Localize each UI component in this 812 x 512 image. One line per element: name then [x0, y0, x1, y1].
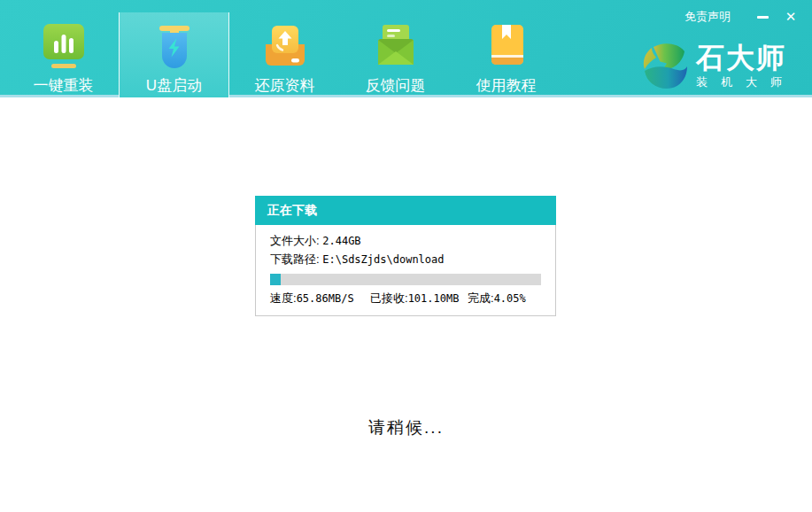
- download-path-value: E:\SdsZjds\download: [322, 253, 444, 266]
- file-size-value: 2.44GB: [322, 235, 360, 247]
- download-path-label: 下载路径:: [270, 252, 320, 266]
- done-stat: 完成:4.05%: [468, 292, 541, 305]
- tab-feedback[interactable]: 反馈问题: [340, 0, 451, 97]
- restore-tray-icon: [260, 23, 310, 69]
- speed-stat: 速度:65.86MB/S: [270, 292, 370, 305]
- received-stat: 已接收:101.10MB: [370, 292, 468, 305]
- logo-title: 石大师: [696, 43, 795, 73]
- please-wait-text: 请稍候...: [0, 416, 812, 439]
- app-window: 一键重装 U盘启动: [0, 0, 812, 512]
- book-icon: [482, 23, 531, 69]
- main-content: 正在下载 文件大小: 2.44GB 下载路径: E:\SdsZjds\downl…: [0, 97, 812, 509]
- disclaimer-link[interactable]: 免责声明: [684, 9, 731, 25]
- download-dialog: 正在下载 文件大小: 2.44GB 下载路径: E:\SdsZjds\downl…: [255, 196, 556, 316]
- app-logo: 石大师 装机大师: [642, 43, 795, 93]
- app-header: 一键重装 U盘启动: [0, 0, 812, 97]
- tab-label: 反馈问题: [366, 75, 426, 96]
- bar-chart-icon: [39, 23, 89, 69]
- tab-restore-data[interactable]: 还原资料: [229, 0, 340, 97]
- file-size-label: 文件大小:: [270, 234, 320, 247]
- nav-tabs: 一键重装 U盘启动: [8, 0, 561, 97]
- minimize-button[interactable]: [754, 9, 771, 25]
- tab-label: U盘启动: [146, 75, 202, 96]
- close-icon: ✕: [785, 9, 797, 25]
- progress-fill: [270, 274, 281, 285]
- usb-shield-icon: [150, 23, 199, 69]
- tab-label: 还原资料: [255, 75, 315, 96]
- tab-tutorial[interactable]: 使用教程: [451, 0, 561, 97]
- close-button[interactable]: ✕: [782, 9, 800, 25]
- logo-leaf-icon: [642, 43, 688, 93]
- tab-label: 使用教程: [476, 75, 537, 96]
- tab-label: 一键重装: [34, 75, 94, 96]
- titlebar-controls: 免责声明 ✕: [684, 9, 800, 25]
- minimize-icon: [757, 16, 769, 19]
- dialog-body: 文件大小: 2.44GB 下载路径: E:\SdsZjds\download 速…: [255, 225, 556, 316]
- logo-text: 石大师 装机大师: [696, 43, 795, 90]
- download-path-row: 下载路径: E:\SdsZjds\download: [270, 253, 541, 266]
- logo-subtitle: 装机大师: [696, 74, 795, 90]
- dialog-title: 正在下载: [255, 196, 556, 225]
- progress-bar: [270, 274, 541, 285]
- file-size-row: 文件大小: 2.44GB: [270, 235, 541, 247]
- mail-icon: [371, 23, 421, 69]
- download-stats-row: 速度:65.86MB/S 已接收:101.10MB 完成:4.05%: [270, 292, 541, 305]
- tab-one-key-reinstall[interactable]: 一键重装: [8, 0, 119, 97]
- tab-usb-boot[interactable]: U盘启动: [119, 12, 229, 97]
